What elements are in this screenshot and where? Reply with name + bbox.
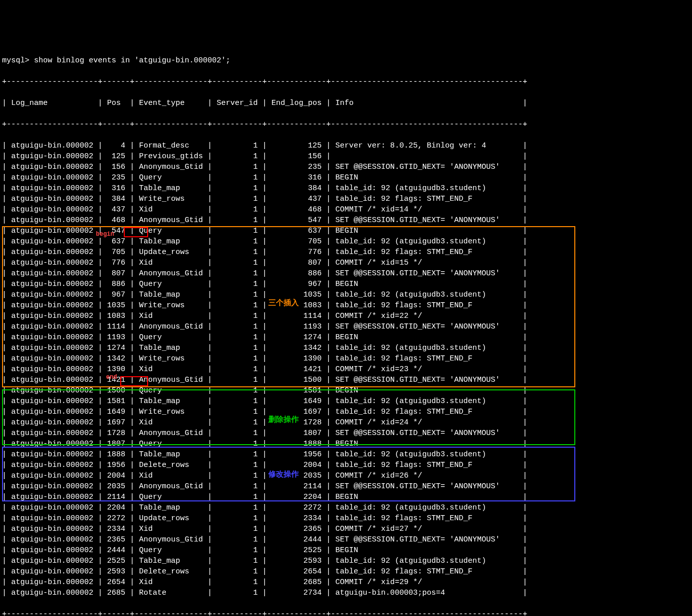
table-row: | atguigu-bin.000002 | 1697 | Xid | 1 | … [2, 417, 690, 428]
prompt-text: mysql> show binlog events in 'atguigu-bi… [2, 56, 230, 65]
table-row: | atguigu-bin.000002 | 2204 | Table_map … [2, 502, 690, 513]
table-divider: +--------------------+------+-----------… [2, 609, 690, 616]
table-row: | atguigu-bin.000002 | 1728 | Anonymous_… [2, 428, 690, 439]
table-row: | atguigu-bin.000002 | 2035 | Anonymous_… [2, 481, 690, 492]
table-row: | atguigu-bin.000002 | 1274 | Table_map … [2, 343, 690, 353]
table-row: | atguigu-bin.000002 | 2004 | Xid | 1 | … [2, 470, 690, 481]
table-row: | atguigu-bin.000002 | 1956 | Delete_row… [2, 460, 690, 470]
table-row: | atguigu-bin.000002 | 967 | Table_map |… [2, 289, 690, 300]
table-row: | atguigu-bin.000002 | 1083 | Xid | 1 | … [2, 311, 690, 321]
table-row: | atguigu-bin.000002 | 156 | Anonymous_G… [2, 162, 690, 172]
table-row: | atguigu-bin.000002 | 384 | Write_rows … [2, 194, 690, 204]
table-row: | atguigu-bin.000002 | 886 | Query | 1 |… [2, 279, 690, 289]
table-row: | atguigu-bin.000002 | 125 | Previous_gt… [2, 151, 690, 162]
update-annotation: 修改操作 [268, 469, 299, 480]
table-row: | atguigu-bin.000002 | 2444 | Query | 1 … [2, 545, 690, 556]
delete-annotation: 删除操作 [268, 415, 299, 425]
table-row: | atguigu-bin.000002 | 807 | Anonymous_G… [2, 268, 690, 279]
table-row: | atguigu-bin.000002 | 2272 | Update_row… [2, 513, 690, 524]
table-row: | atguigu-bin.000002 | 316 | Table_map |… [2, 183, 690, 194]
begin-annotation: begin [96, 230, 114, 239]
table-row: | atguigu-bin.000002 | 2685 | Rotate | 1… [2, 588, 690, 598]
table-row: | atguigu-bin.000002 | 1888 | Table_map … [2, 449, 690, 460]
table-row: | atguigu-bin.000002 | 2365 | Anonymous_… [2, 534, 690, 545]
table-row: | atguigu-bin.000002 | 1035 | Write_rows… [2, 300, 690, 311]
divider-line: +--------------------+------+-----------… [2, 78, 527, 86]
divider-line: +--------------------+------+-----------… [2, 610, 527, 616]
table-row: | atguigu-bin.000002 | 2525 | Table_map … [2, 556, 690, 566]
table-row: | atguigu-bin.000002 | 1193 | Query | 1 … [2, 332, 690, 343]
mysql-prompt: mysql> show binlog events in 'atguigu-bi… [2, 55, 690, 66]
table-row: | atguigu-bin.000002 | 4 | Format_desc |… [2, 140, 690, 151]
table-divider: +--------------------+------+-----------… [2, 119, 690, 130]
table-row: | atguigu-bin.000002 | 2654 | Xid | 1 | … [2, 577, 690, 588]
table-row: | atguigu-bin.000002 | 1500 | Query | 1 … [2, 385, 690, 396]
divider-line: +--------------------+------+-----------… [2, 120, 527, 129]
table-row: | atguigu-bin.000002 | 1421 | Anonymous_… [2, 375, 690, 385]
end-annotation: end [106, 373, 117, 382]
table-row: | atguigu-bin.000002 | 1114 | Anonymous_… [2, 321, 690, 332]
table-row: | atguigu-bin.000002 | 235 | Query | 1 |… [2, 172, 690, 183]
table-row: | atguigu-bin.000002 | 2593 | Delete_row… [2, 566, 690, 577]
table-row: | atguigu-bin.000002 | 468 | Anonymous_G… [2, 215, 690, 226]
table-row: | atguigu-bin.000002 | 1390 | Xid | 1 | … [2, 364, 690, 375]
table-row: | atguigu-bin.000002 | 1649 | Write_rows… [2, 407, 690, 417]
table-row: | atguigu-bin.000002 | 1581 | Table_map … [2, 396, 690, 407]
table-divider: +--------------------+------+-----------… [2, 77, 690, 87]
insert-annotation: 三个插入 [268, 298, 299, 309]
table-row: | atguigu-bin.000002 | 437 | Xid | 1 | 4… [2, 204, 690, 215]
table-row: | atguigu-bin.000002 | 705 | Update_rows… [2, 247, 690, 258]
table-row: | atguigu-bin.000002 | 2114 | Query | 1 … [2, 492, 690, 502]
table-header-row: | Log_name | Pos | Event_type | Server_i… [2, 98, 690, 108]
table-row: | atguigu-bin.000002 | 1807 | Query | 1 … [2, 439, 690, 449]
table-row: | atguigu-bin.000002 | 1342 | Write_rows… [2, 353, 690, 364]
table-row: | atguigu-bin.000002 | 2334 | Xid | 1 | … [2, 524, 690, 534]
terminal-output: mysql> show binlog events in 'atguigu-bi… [2, 45, 690, 616]
table-row: | atguigu-bin.000002 | 776 | Xid | 1 | 8… [2, 258, 690, 268]
